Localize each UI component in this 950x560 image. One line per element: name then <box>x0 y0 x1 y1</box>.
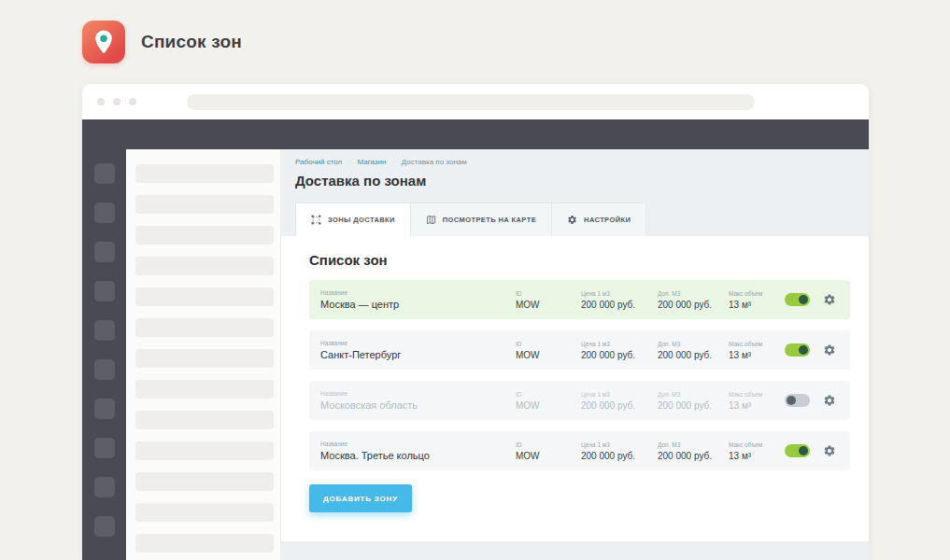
zone-enabled-toggle[interactable] <box>785 293 810 306</box>
zone-volume-column: Макс объем 13 м³ <box>729 391 785 411</box>
sidebar-menu-placeholder <box>135 287 274 306</box>
breadcrumb: Рабочий стол·Магазин·Доставка по зонам <box>281 149 869 166</box>
gear-icon <box>823 394 836 407</box>
zone-price: 200 000 руб. <box>581 300 658 310</box>
sidebar-menu-placeholder <box>135 257 274 275</box>
sidebar-icon-placeholder <box>94 320 115 341</box>
column-label-name: Название <box>320 441 516 447</box>
column-label-extra: Доп. М3 <box>658 391 729 398</box>
zone-enabled-toggle[interactable] <box>785 343 810 357</box>
gear-icon <box>823 444 836 457</box>
zone-row: Название Москва. Третье кольцо ID MOW Це… <box>309 431 850 470</box>
sidebar-icon-placeholder <box>94 163 115 184</box>
tab-bar: ЗОНЫ ДОСТАВКИ ПОСМОТРЕТЬ НА КАРТЕ <box>295 203 869 236</box>
sidebar-icon-placeholder <box>94 399 115 419</box>
app-title: Список зон <box>141 32 242 52</box>
zone-volume-column: Макс объем 13 м³ <box>729 441 785 461</box>
sidebar-menu-placeholder <box>135 441 274 460</box>
zone-name: Московская область <box>320 399 516 411</box>
zone-enabled-toggle[interactable] <box>785 444 810 457</box>
browser-address-bar[interactable] <box>187 94 755 110</box>
zone-volume: 13 м³ <box>729 350 785 360</box>
tab-label: ПОСМОТРЕТЬ НА КАРТЕ <box>443 216 536 224</box>
zone-name: Москва — центр <box>320 299 516 310</box>
sidebar-icon-placeholder <box>94 281 115 301</box>
zone-volume-column: Макс объем 13 м³ <box>729 290 785 310</box>
browser-window: Рабочий стол·Магазин·Доставка по зонам Д… <box>82 84 869 560</box>
sidebar-icon-placeholder <box>94 516 115 537</box>
app-header: Список зон <box>82 21 242 63</box>
zone-volume: 13 м³ <box>729 300 785 310</box>
add-zone-button[interactable]: ДОБАВИТЬ ЗОНУ <box>309 484 412 512</box>
zone-row: Название Санкт-Петербург ID MOW Цена 1 м… <box>309 330 850 370</box>
sidebar-menu-placeholder <box>135 503 274 522</box>
page: Список зон Рабочий стол·Магазин·Доставка… <box>0 0 950 560</box>
column-label-id: ID <box>516 290 581 297</box>
window-dot <box>113 98 121 105</box>
column-label-name: Название <box>320 289 516 296</box>
page-title: Доставка по зонам <box>295 173 869 189</box>
panel-heading: Список зон <box>281 236 869 268</box>
zone-row: Название Москва — центр ID MOW Цена 1 м3… <box>309 280 850 319</box>
sidebar-icon-placeholder <box>94 203 115 223</box>
zone-id: MOW <box>516 300 581 310</box>
zone-price: 200 000 руб. <box>581 451 658 461</box>
map-icon <box>426 215 436 225</box>
tab-label: ЗОНЫ ДОСТАВКИ <box>328 216 395 224</box>
tab-label: НАСТРОЙКИ <box>584 216 631 224</box>
zone-extra: 200 000 руб. <box>658 300 729 310</box>
zone-extra: 200 000 руб. <box>658 350 729 360</box>
column-label-extra: Доп. М3 <box>658 290 729 297</box>
column-label-extra: Доп. М3 <box>658 341 729 347</box>
breadcrumb-item[interactable]: Магазин <box>358 158 387 166</box>
column-label-id: ID <box>516 391 581 398</box>
zone-settings-button[interactable] <box>822 343 837 357</box>
zone-price-column: Цена 1 м3 200 000 руб. <box>581 341 658 360</box>
window-dot <box>129 98 136 105</box>
breadcrumb-item[interactable]: Рабочий стол <box>295 158 342 166</box>
column-label-volume: Макс объем <box>729 290 785 297</box>
sidebar-icon-placeholder <box>94 242 115 262</box>
zone-extra-column: Доп. М3 200 000 руб. <box>658 441 729 461</box>
zone-name-column: Название Москва — центр <box>320 289 516 310</box>
tab-view-on-map[interactable]: ПОСМОТРЕТЬ НА КАРТЕ <box>411 203 552 236</box>
gear-icon <box>823 293 836 306</box>
zone-id-column: ID MOW <box>516 391 581 411</box>
column-label-name: Название <box>320 390 516 397</box>
app-logo <box>82 21 125 63</box>
toggle-knob <box>799 345 808 355</box>
tab-delivery-zones[interactable]: ЗОНЫ ДОСТАВКИ <box>295 203 411 236</box>
breadcrumb-separator: · <box>392 159 394 165</box>
tab-settings[interactable]: НАСТРОЙКИ <box>552 203 646 236</box>
zone-volume: 13 м³ <box>729 451 785 461</box>
icon-sidebar <box>82 149 126 560</box>
zone-id-column: ID MOW <box>516 341 581 360</box>
zone-price-column: Цена 1 м3 200 000 руб. <box>581 290 658 310</box>
zone-price: 200 000 руб. <box>581 400 658 411</box>
breadcrumb-item[interactable]: Доставка по зонам <box>402 158 467 166</box>
zone-settings-button[interactable] <box>822 393 837 408</box>
window-body: Рабочий стол·Магазин·Доставка по зонам Д… <box>82 149 869 560</box>
zone-name-column: Название Московская область <box>320 390 516 411</box>
zone-enabled-toggle[interactable] <box>785 394 810 407</box>
zone-price: 200 000 руб. <box>581 350 658 360</box>
zone-row-actions <box>785 343 837 357</box>
zone-settings-button[interactable] <box>822 443 837 458</box>
zones-panel: Список зон Название Москва — центр ID MO… <box>281 236 869 541</box>
main-content: Рабочий стол·Магазин·Доставка по зонам Д… <box>281 149 869 560</box>
browser-chrome <box>82 84 869 119</box>
sidebar-menu-placeholder <box>135 195 274 214</box>
sidebar-menu-placeholder <box>135 164 274 183</box>
sidebar-menu-placeholder <box>135 411 274 429</box>
breadcrumb-separator: · <box>348 159 350 165</box>
column-label-volume: Макс объем <box>729 341 785 347</box>
column-label-id: ID <box>516 341 581 347</box>
zone-settings-button[interactable] <box>822 292 837 307</box>
toggle-knob <box>799 446 808 455</box>
gear-icon <box>823 343 836 357</box>
zone-extra-column: Доп. М3 200 000 руб. <box>658 290 729 310</box>
column-label-extra: Доп. М3 <box>658 441 729 448</box>
zone-row-actions <box>785 393 837 408</box>
zone-list: Название Москва — центр ID MOW Цена 1 м3… <box>309 280 850 470</box>
sidebar-icon-placeholder <box>94 477 115 497</box>
